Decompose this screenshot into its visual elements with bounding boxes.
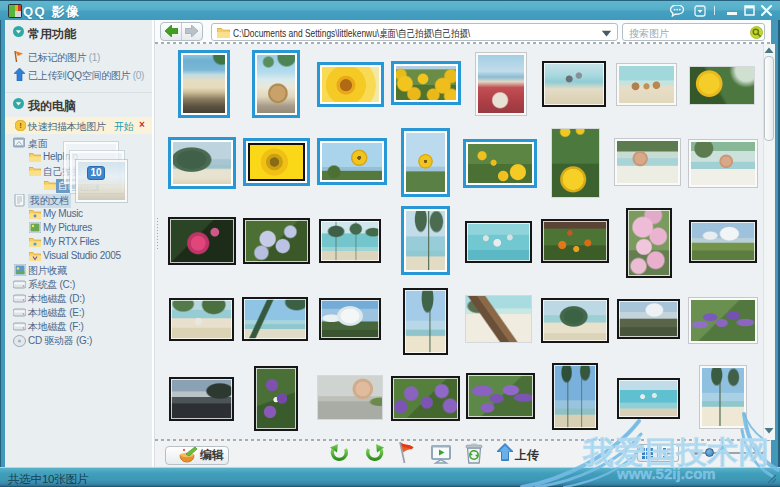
svg-text:!: ! bbox=[19, 121, 22, 130]
svg-text:www.52ij.com: www.52ij.com bbox=[616, 465, 716, 482]
